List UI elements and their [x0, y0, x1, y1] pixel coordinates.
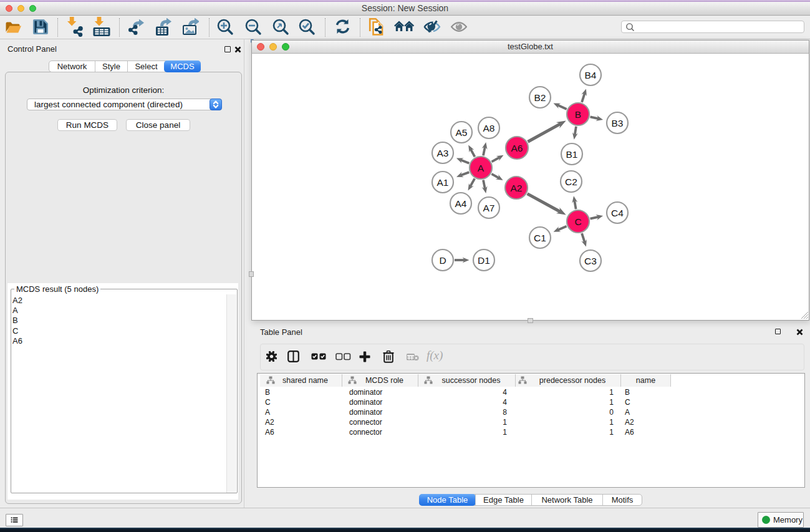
svg-text:A7: A7	[483, 203, 495, 213]
svg-text:B: B	[575, 109, 581, 120]
svg-text:A8: A8	[483, 123, 495, 133]
svg-text:A2: A2	[511, 183, 523, 193]
svg-text:B1: B1	[566, 149, 578, 160]
svg-text:C4: C4	[611, 208, 624, 218]
svg-text:B4: B4	[585, 70, 597, 80]
svg-text:B2: B2	[534, 92, 546, 103]
svg-text:A3: A3	[437, 148, 449, 158]
svg-text:A6: A6	[511, 143, 523, 153]
svg-text:A1: A1	[437, 177, 449, 188]
svg-text:C2: C2	[565, 177, 577, 187]
svg-text:C3: C3	[584, 256, 597, 266]
svg-text:D1: D1	[478, 255, 490, 266]
svg-text:D: D	[439, 255, 446, 266]
svg-text:C1: C1	[534, 233, 546, 243]
svg-text:C: C	[574, 216, 581, 227]
svg-text:A5: A5	[456, 127, 468, 138]
svg-text:A4: A4	[455, 198, 467, 209]
svg-text:A: A	[478, 163, 485, 173]
svg-text:B3: B3	[612, 118, 624, 128]
